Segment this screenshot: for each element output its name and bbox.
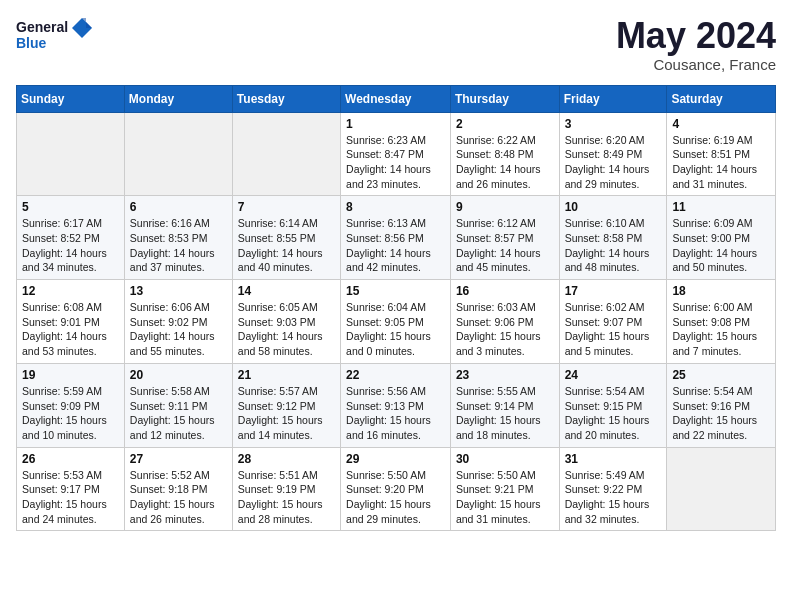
table-row [124, 112, 232, 196]
day-number: 16 [456, 284, 554, 298]
sunrise-text: Sunrise: 5:58 AM [130, 384, 227, 399]
day-number: 29 [346, 452, 445, 466]
sunrise-text: Sunrise: 6:09 AM [672, 216, 770, 231]
table-row: 12Sunrise: 6:08 AMSunset: 9:01 PMDayligh… [17, 280, 125, 364]
day-detail: Sunrise: 6:19 AMSunset: 8:51 PMDaylight:… [672, 133, 770, 192]
sunset-text: Sunset: 9:11 PM [130, 399, 227, 414]
daylight-text-1: Daylight: 15 hours [238, 413, 335, 428]
day-detail: Sunrise: 6:03 AMSunset: 9:06 PMDaylight:… [456, 300, 554, 359]
sunrise-text: Sunrise: 5:56 AM [346, 384, 445, 399]
daylight-text-2: and 29 minutes. [565, 177, 662, 192]
day-number: 17 [565, 284, 662, 298]
sunrise-text: Sunrise: 6:12 AM [456, 216, 554, 231]
day-number: 24 [565, 368, 662, 382]
sunset-text: Sunset: 9:07 PM [565, 315, 662, 330]
sunset-text: Sunset: 8:53 PM [130, 231, 227, 246]
day-detail: Sunrise: 5:55 AMSunset: 9:14 PMDaylight:… [456, 384, 554, 443]
table-row: 10Sunrise: 6:10 AMSunset: 8:58 PMDayligh… [559, 196, 667, 280]
daylight-text-2: and 58 minutes. [238, 344, 335, 359]
sunset-text: Sunset: 8:57 PM [456, 231, 554, 246]
day-detail: Sunrise: 5:49 AMSunset: 9:22 PMDaylight:… [565, 468, 662, 527]
day-detail: Sunrise: 5:52 AMSunset: 9:18 PMDaylight:… [130, 468, 227, 527]
table-row [667, 447, 776, 531]
sunrise-text: Sunrise: 5:50 AM [456, 468, 554, 483]
col-sunday: Sunday [17, 85, 125, 112]
col-wednesday: Wednesday [341, 85, 451, 112]
day-detail: Sunrise: 6:09 AMSunset: 9:00 PMDaylight:… [672, 216, 770, 275]
daylight-text-1: Daylight: 14 hours [238, 329, 335, 344]
table-row: 20Sunrise: 5:58 AMSunset: 9:11 PMDayligh… [124, 363, 232, 447]
table-row: 9Sunrise: 6:12 AMSunset: 8:57 PMDaylight… [450, 196, 559, 280]
sunrise-text: Sunrise: 6:14 AM [238, 216, 335, 231]
table-row: 11Sunrise: 6:09 AMSunset: 9:00 PMDayligh… [667, 196, 776, 280]
sunrise-text: Sunrise: 6:10 AM [565, 216, 662, 231]
daylight-text-1: Daylight: 15 hours [565, 497, 662, 512]
day-detail: Sunrise: 5:57 AMSunset: 9:12 PMDaylight:… [238, 384, 335, 443]
calendar-header-row: Sunday Monday Tuesday Wednesday Thursday… [17, 85, 776, 112]
day-detail: Sunrise: 6:08 AMSunset: 9:01 PMDaylight:… [22, 300, 119, 359]
daylight-text-2: and 31 minutes. [672, 177, 770, 192]
daylight-text-1: Daylight: 14 hours [22, 246, 119, 261]
sunset-text: Sunset: 9:01 PM [22, 315, 119, 330]
day-number: 31 [565, 452, 662, 466]
daylight-text-2: and 31 minutes. [456, 512, 554, 527]
day-number: 23 [456, 368, 554, 382]
table-row: 29Sunrise: 5:50 AMSunset: 9:20 PMDayligh… [341, 447, 451, 531]
sunset-text: Sunset: 8:52 PM [22, 231, 119, 246]
sunrise-text: Sunrise: 5:57 AM [238, 384, 335, 399]
table-row: 24Sunrise: 5:54 AMSunset: 9:15 PMDayligh… [559, 363, 667, 447]
page-header: General Blue May 2024 Cousance, France [16, 16, 776, 73]
sunset-text: Sunset: 9:17 PM [22, 482, 119, 497]
day-detail: Sunrise: 5:56 AMSunset: 9:13 PMDaylight:… [346, 384, 445, 443]
daylight-text-1: Daylight: 15 hours [346, 413, 445, 428]
day-number: 18 [672, 284, 770, 298]
table-row: 23Sunrise: 5:55 AMSunset: 9:14 PMDayligh… [450, 363, 559, 447]
calendar-week-row: 1Sunrise: 6:23 AMSunset: 8:47 PMDaylight… [17, 112, 776, 196]
sunset-text: Sunset: 9:22 PM [565, 482, 662, 497]
day-number: 21 [238, 368, 335, 382]
day-number: 6 [130, 200, 227, 214]
sunset-text: Sunset: 9:08 PM [672, 315, 770, 330]
daylight-text-2: and 40 minutes. [238, 260, 335, 275]
daylight-text-2: and 29 minutes. [346, 512, 445, 527]
daylight-text-1: Daylight: 14 hours [346, 162, 445, 177]
day-number: 22 [346, 368, 445, 382]
daylight-text-1: Daylight: 15 hours [22, 413, 119, 428]
sunrise-text: Sunrise: 5:53 AM [22, 468, 119, 483]
daylight-text-2: and 32 minutes. [565, 512, 662, 527]
daylight-text-1: Daylight: 14 hours [130, 329, 227, 344]
sunrise-text: Sunrise: 6:02 AM [565, 300, 662, 315]
day-number: 2 [456, 117, 554, 131]
daylight-text-1: Daylight: 14 hours [456, 162, 554, 177]
table-row [232, 112, 340, 196]
day-detail: Sunrise: 5:58 AMSunset: 9:11 PMDaylight:… [130, 384, 227, 443]
table-row: 27Sunrise: 5:52 AMSunset: 9:18 PMDayligh… [124, 447, 232, 531]
sunset-text: Sunset: 8:55 PM [238, 231, 335, 246]
sunrise-text: Sunrise: 6:03 AM [456, 300, 554, 315]
daylight-text-1: Daylight: 14 hours [565, 246, 662, 261]
day-number: 30 [456, 452, 554, 466]
table-row: 18Sunrise: 6:00 AMSunset: 9:08 PMDayligh… [667, 280, 776, 364]
daylight-text-2: and 16 minutes. [346, 428, 445, 443]
daylight-text-2: and 42 minutes. [346, 260, 445, 275]
month-title: May 2024 [616, 16, 776, 56]
day-number: 19 [22, 368, 119, 382]
sunset-text: Sunset: 8:48 PM [456, 147, 554, 162]
sunset-text: Sunset: 9:20 PM [346, 482, 445, 497]
daylight-text-2: and 14 minutes. [238, 428, 335, 443]
sunset-text: Sunset: 9:09 PM [22, 399, 119, 414]
daylight-text-2: and 22 minutes. [672, 428, 770, 443]
daylight-text-1: Daylight: 15 hours [672, 413, 770, 428]
day-detail: Sunrise: 5:54 AMSunset: 9:16 PMDaylight:… [672, 384, 770, 443]
daylight-text-1: Daylight: 15 hours [130, 497, 227, 512]
table-row: 8Sunrise: 6:13 AMSunset: 8:56 PMDaylight… [341, 196, 451, 280]
col-friday: Friday [559, 85, 667, 112]
day-detail: Sunrise: 5:50 AMSunset: 9:21 PMDaylight:… [456, 468, 554, 527]
daylight-text-1: Daylight: 14 hours [238, 246, 335, 261]
title-block: May 2024 Cousance, France [616, 16, 776, 73]
sunrise-text: Sunrise: 6:08 AM [22, 300, 119, 315]
daylight-text-2: and 3 minutes. [456, 344, 554, 359]
day-detail: Sunrise: 5:54 AMSunset: 9:15 PMDaylight:… [565, 384, 662, 443]
daylight-text-2: and 20 minutes. [565, 428, 662, 443]
table-row: 21Sunrise: 5:57 AMSunset: 9:12 PMDayligh… [232, 363, 340, 447]
